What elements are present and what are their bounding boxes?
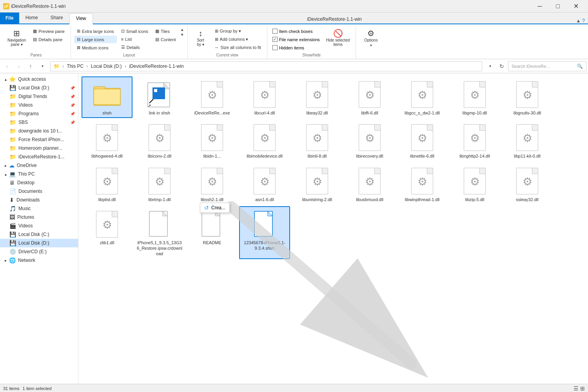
ribbon-collapse-button[interactable]: ▲ (576, 18, 581, 24)
item-checkboxes-toggle[interactable]: Item check boxes (270, 27, 322, 35)
preview-pane-button[interactable]: ▦ Preview pane (30, 27, 67, 35)
file-item-zlib1[interactable]: ⚙ zlib1.dll (82, 206, 132, 259)
file-item-libcurl[interactable]: ⚙ libcurl-4.dll (239, 76, 290, 118)
search-icon[interactable]: 🔍 (577, 64, 583, 69)
options-button[interactable]: ⚙ Options ▾ (359, 27, 383, 49)
recent-locations-button[interactable]: ▾ (37, 61, 48, 72)
file-item-iphone-restore[interactable]: iPhone5,1_9.3.5_13G36_Restore.ipsw.crdow… (134, 206, 185, 259)
breadcrumb-pc[interactable]: 📁 (54, 64, 60, 69)
file-item-libhogweed[interactable]: ⚙ libhogweed-4.dll (82, 120, 132, 161)
search-box[interactable]: Search iDeviceRe... 🔍 (508, 61, 586, 71)
details-button[interactable]: ☰ Details (118, 44, 151, 51)
large-icons-button[interactable]: ⊟ Large icons (74, 36, 117, 43)
sidebar-item-local-disk-d[interactable]: 💾 Local Disk (D:) 📌 (0, 83, 78, 92)
close-button[interactable]: ✕ (567, 0, 585, 13)
sidebar-item-downloads[interactable]: ⬇ Downloads (0, 196, 78, 204)
file-item-libwinpthread[interactable]: ⚙ libwinpthread-1.dll (397, 163, 448, 205)
file-item-libirecovery[interactable]: ⚙ libirecovery.dll (344, 120, 395, 161)
maximize-button[interactable]: □ (549, 0, 567, 13)
group-by-button[interactable]: ⊞ Group by ▾ (212, 27, 264, 35)
navigation-pane-button[interactable]: ⊞ Navigationpane ▾ (5, 27, 29, 49)
rename-context-menu[interactable]: ↺ Crea... (200, 203, 230, 213)
sidebar-item-local-c[interactable]: 💾 Local Disk (C:) (0, 230, 78, 239)
sidebar-network[interactable]: ▸ 🌐 Network (0, 256, 78, 265)
layout-scroll-up[interactable]: ▲ (180, 27, 184, 32)
small-icons-button[interactable]: ⊡ Small icons (118, 27, 151, 35)
file-item-libgmp[interactable]: ⚙ libgmp-10.dll (449, 76, 500, 118)
file-item-shsh-file[interactable]: 12345678-iPhone5,1-9.3.4.shsh (239, 206, 290, 259)
file-item-libunistring[interactable]: ⚙ libunistring-2.dll (292, 163, 343, 205)
file-item-libnettle[interactable]: ⚙ libnettle-6.dll (397, 120, 448, 161)
file-item-readme[interactable]: README (187, 206, 238, 259)
file-item-libp11[interactable]: ⚙ libp11-kit-0.dll (502, 120, 553, 161)
layout-scroll-down[interactable]: ▼ (180, 33, 184, 37)
sidebar-item-local-d-main[interactable]: 💾 Local Disk (D:) (0, 239, 78, 247)
window-controls[interactable]: ─ □ ✕ (531, 0, 585, 13)
layout-scroll[interactable]: ▲ ▼ (180, 27, 184, 37)
up-button[interactable]: ↑ (25, 61, 36, 72)
details-view-toggle[interactable]: ☰ (573, 385, 579, 392)
sidebar-item-videos[interactable]: 📁 Videos 📌 (0, 101, 78, 109)
file-item-libplist[interactable]: ⚙ libplist.dll (82, 163, 132, 205)
breadcrumb-thispc[interactable]: This PC (67, 64, 83, 69)
medium-icons-button[interactable]: ⊠ Medium icons (74, 44, 117, 51)
file-item-libssh2[interactable]: ⚙ libssh2-1.dll (187, 163, 238, 205)
sidebar-this-pc[interactable]: ▴ 💻 This PC (0, 170, 78, 178)
breadcrumb-dropdown[interactable]: ▾ (485, 61, 495, 72)
file-item-libsn1[interactable]: ⚙ asn1-6.dll (239, 163, 290, 205)
sidebar-item-documents[interactable]: 📄 Documents (0, 187, 78, 196)
sidebar-item-digital-trends[interactable]: 📁 Digital Trends 📌 (0, 92, 78, 101)
file-item-libidn[interactable]: ⚙ libidn-1... (187, 120, 238, 161)
hidden-items-toggle[interactable]: Hidden items (270, 44, 322, 51)
hide-selected-button[interactable]: 🚫 Hide selecteditems (323, 27, 353, 49)
file-item-libiconv[interactable]: ⚙ libiconv-2.dll (134, 120, 185, 161)
file-item-shsh-folder[interactable]: shsh (82, 76, 132, 118)
file-item-idevice-exe[interactable]: ⚙ iDeviceReRe...exe (187, 76, 238, 118)
sidebar-item-force-restart[interactable]: 📁 Force Restart iPhon... (0, 135, 78, 144)
breadcrumb-folder[interactable]: iDeviceReRestore-1.1-win (129, 64, 183, 69)
sort-by-button[interactable]: ↕ Sortby ▾ (191, 27, 211, 49)
help-button[interactable]: ? (582, 18, 585, 24)
sidebar-item-drivercd[interactable]: 💿 DriverCD (E:) (0, 247, 78, 256)
refresh-button[interactable]: ↻ (496, 61, 507, 72)
file-item-link-in-shsh[interactable]: ↗ link in shsh (134, 76, 185, 118)
content-button[interactable]: ▤ Content (152, 36, 179, 43)
file-item-libnghttp2[interactable]: ⚙ libnghttp2-14.dll (449, 120, 500, 161)
file-item-libeay32[interactable]: ⚙ libeay32.dll (292, 76, 343, 118)
sidebar-item-programs[interactable]: 📁 Programs 📌 (0, 109, 78, 118)
tab-share[interactable]: Share (44, 13, 69, 24)
sidebar-quick-access[interactable]: ▴ ⭐ Quick access (0, 75, 78, 83)
breadcrumb[interactable]: 📁 › This PC › Local Disk (D:) › iDeviceR… (50, 61, 482, 71)
forward-button[interactable]: › (13, 61, 24, 72)
file-extensions-toggle[interactable]: File name extensions (270, 36, 322, 43)
sidebar-onedrive[interactable]: ▸ ☁ OneDrive (0, 161, 78, 170)
sidebar-item-pictures[interactable]: 🖼 Pictures (0, 213, 78, 221)
add-columns-button[interactable]: ⊞ Add columns ▾ (212, 36, 264, 43)
file-item-libusbmuxd[interactable]: ⚙ libusbmuxd.dll (344, 163, 395, 205)
tab-file[interactable]: File (0, 13, 19, 24)
sidebar-item-music[interactable]: 🎵 Music (0, 204, 78, 213)
file-item-libffi[interactable]: ⚙ libffi-6.dll (344, 76, 395, 118)
breadcrumb-locald[interactable]: Local Disk (D:) (91, 64, 122, 69)
size-columns-button[interactable]: ↔ Size all columns to fit (212, 44, 264, 51)
tab-home[interactable]: Home (19, 13, 44, 24)
sidebar-item-downgrade[interactable]: 📁 downgrade ios 10 t... (0, 127, 78, 135)
tiles-button[interactable]: ▦ Tiles (152, 27, 179, 35)
extra-large-icons-button[interactable]: ⊞ Extra large icons (74, 27, 117, 35)
sidebar-item-desktop[interactable]: 🖥 Desktop (0, 178, 78, 187)
details-pane-button[interactable]: ▤ Details pane (30, 36, 67, 43)
large-icons-toggle[interactable]: ⊞ (580, 385, 585, 392)
back-button[interactable]: ‹ (2, 61, 13, 72)
sidebar-item-homeroom[interactable]: 📁 Homeroom planner... (0, 144, 78, 152)
file-item-librtmp[interactable]: ⚙ librtmp-1.dll (134, 163, 185, 205)
file-item-libgcc[interactable]: ⚙ libgcc_s_dw2-1.dll (397, 76, 448, 118)
file-item-ssleay32[interactable]: ⚙ ssleay32.dll (502, 163, 553, 205)
tab-view[interactable]: View (69, 13, 93, 24)
sidebar-item-idevice[interactable]: 📁 iDeviceReRestore-1... (0, 152, 78, 161)
sidebar-item-sbs[interactable]: 📁 SBS 📌 (0, 118, 78, 127)
file-item-libimobiledevice[interactable]: ⚙ libimobiledevice.dll (239, 120, 290, 161)
file-item-libintl[interactable]: ⚙ libintl-8.dll (292, 120, 343, 161)
minimize-button[interactable]: ─ (531, 0, 549, 13)
file-item-libzip[interactable]: ⚙ libzip-5.dll (449, 163, 500, 205)
file-item-libgnutls[interactable]: ⚙ libgnutls-30.dll (502, 76, 553, 118)
